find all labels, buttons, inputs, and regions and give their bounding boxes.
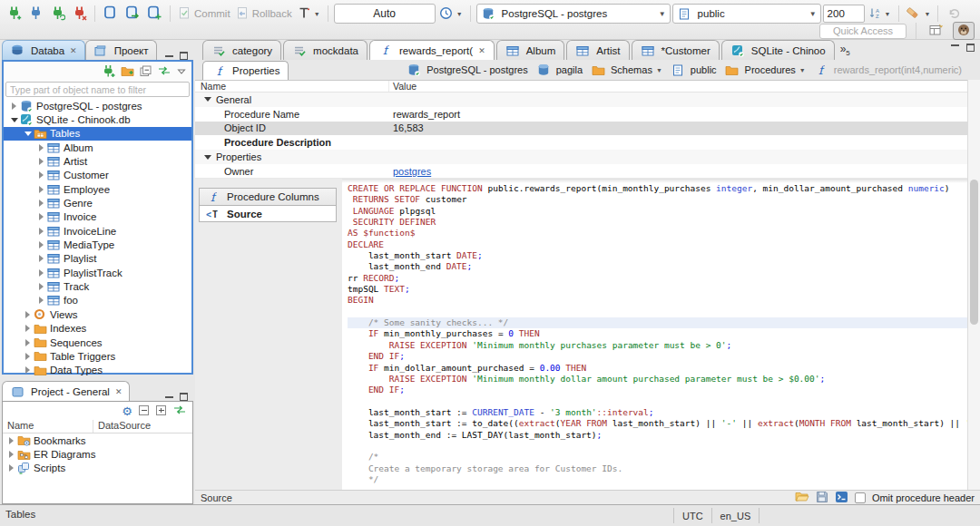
source-code-editor[interactable]: CREATE OR REPLACE FUNCTION public.reward…: [342, 179, 967, 490]
property-row-procedure-description[interactable]: Procedure Description: [195, 135, 967, 150]
tree-item-genre[interactable]: Genre: [4, 196, 191, 209]
breadcrumb-item-procedures[interactable]: Procedures▼: [725, 63, 806, 76]
new-connection-icon[interactable]: [102, 64, 115, 80]
more-tabs-chevron[interactable]: »5: [837, 43, 854, 57]
tree-item-invoice[interactable]: Invoice: [4, 210, 191, 224]
project-item-scripts[interactable]: Scripts: [3, 462, 192, 475]
tab-properties[interactable]: f Properties: [202, 61, 289, 80]
side-tab-procedure-columns[interactable]: fProcedure Columns: [199, 188, 337, 205]
collapse-all-icon[interactable]: [138, 404, 150, 418]
minimize-icon[interactable]: [951, 44, 959, 46]
property-row-owner[interactable]: Ownerpostgres: [195, 164, 967, 179]
editor-tab-customer[interactable]: *Customer: [632, 40, 720, 60]
tab-database-navigator[interactable]: Databa ✕: [2, 40, 85, 60]
minimize-icon[interactable]: [165, 54, 173, 57]
editor-tab-rewards-report[interactable]: frewards_report(✕: [369, 40, 495, 60]
sort-button[interactable]: AZ▼: [867, 4, 893, 24]
expand-arrow-icon[interactable]: [36, 241, 46, 248]
side-tab-source[interactable]: <TSource: [199, 205, 337, 222]
tree-item-sequences[interactable]: Sequences: [4, 336, 191, 349]
view-menu-icon[interactable]: [177, 66, 186, 77]
expand-arrow-icon[interactable]: [36, 186, 46, 193]
tree-item-tables[interactable]: Tables: [4, 127, 191, 141]
minimize-icon[interactable]: [165, 395, 173, 398]
expand-arrow-icon[interactable]: [9, 102, 19, 110]
property-row-general[interactable]: General: [195, 93, 967, 107]
tree-item-table-triggers[interactable]: Table Triggers: [4, 349, 191, 363]
status-timezone[interactable]: UTC: [673, 508, 712, 523]
tree-item-views[interactable]: Views: [4, 307, 191, 321]
expand-arrow-icon[interactable]: [36, 213, 46, 220]
new-sql-editor-button[interactable]: [144, 4, 164, 24]
erase-button[interactable]: ▼: [905, 4, 933, 24]
expand-arrow-icon[interactable]: [36, 200, 46, 207]
commit-button[interactable]: Commit: [176, 4, 232, 24]
scrollbar-thumb[interactable]: [970, 180, 978, 325]
expand-arrow-icon[interactable]: [23, 132, 33, 136]
vertical-scrollbar[interactable]: [967, 80, 980, 490]
transaction-log-button[interactable]: ▼: [296, 4, 322, 24]
expand-arrow-icon[interactable]: [23, 339, 33, 346]
active-schema-combo[interactable]: public ▼: [672, 4, 821, 24]
open-console-icon[interactable]: [835, 491, 848, 505]
tree-item-foo[interactable]: foo: [4, 294, 191, 307]
breadcrumb-item-pagila[interactable]: pagila: [536, 63, 583, 76]
expand-arrow-icon[interactable]: [36, 297, 46, 304]
expand-arrow-icon[interactable]: [6, 451, 16, 458]
expand-arrow-icon[interactable]: [23, 366, 33, 374]
collapse-all-icon[interactable]: [140, 65, 152, 79]
tree-item-album[interactable]: Album: [4, 141, 191, 154]
expand-arrow-icon[interactable]: [36, 283, 46, 290]
property-row-properties[interactable]: Properties: [195, 150, 967, 164]
tree-item-playlisttrack[interactable]: PlaylistTrack: [4, 266, 191, 279]
editor-tab-mockdata[interactable]: mockdata: [283, 40, 368, 60]
project-item-er-diagrams[interactable]: ER Diagrams: [3, 447, 192, 461]
expand-arrow-icon[interactable]: [36, 171, 46, 179]
expand-arrow-icon[interactable]: [23, 311, 33, 318]
tree-item-employee[interactable]: Employee: [4, 182, 191, 196]
tree-item-indexes[interactable]: Indexes: [4, 322, 191, 336]
open-sql-script-button[interactable]: [122, 4, 142, 24]
open-file-icon[interactable]: [795, 491, 809, 504]
quick-access-input[interactable]: Quick Access: [819, 24, 906, 39]
column-header-datasource[interactable]: DataSource: [93, 420, 151, 433]
sql-editor-button[interactable]: [101, 4, 121, 24]
settings-gear-icon[interactable]: ⚙: [122, 405, 132, 417]
transaction-history-button[interactable]: ▼: [437, 4, 465, 24]
owner-link[interactable]: postgres: [393, 166, 431, 177]
expand-arrow-icon[interactable]: [6, 464, 16, 472]
maximize-icon[interactable]: [180, 52, 188, 60]
link-with-editor-icon[interactable]: [157, 65, 172, 78]
perspective-dbeaver-button[interactable]: [953, 22, 975, 40]
tree-item-playlist[interactable]: Playlist: [4, 252, 191, 266]
omit-procedure-header-checkbox[interactable]: [855, 492, 866, 503]
perspective-general-button[interactable]: [926, 22, 947, 40]
expand-arrow-icon[interactable]: [36, 255, 46, 262]
tree-item-track[interactable]: Track: [4, 279, 191, 293]
active-connection-combo[interactable]: PostgreSQL - postgres ▼: [476, 4, 671, 24]
editor-tab-sqlite-chinoo[interactable]: SQLite - Chinoo: [721, 40, 835, 60]
editor-tab-artist[interactable]: Artist: [566, 40, 629, 60]
expand-arrow-icon[interactable]: [36, 158, 46, 165]
expand-arrow-icon[interactable]: [36, 228, 46, 235]
tree-item-customer[interactable]: Customer: [4, 169, 191, 182]
maximize-icon[interactable]: [966, 44, 975, 52]
reconnect-button[interactable]: [47, 4, 67, 24]
fetch-size-input[interactable]: 200: [823, 5, 865, 23]
close-icon[interactable]: ✕: [115, 387, 122, 396]
new-folder-icon[interactable]: [121, 65, 134, 79]
tree-item-postgresql-postgres[interactable]: PostgreSQL - postgres: [4, 99, 191, 112]
save-file-icon[interactable]: [816, 491, 828, 505]
expand-arrow-icon[interactable]: [36, 144, 46, 151]
column-header-value[interactable]: Value: [389, 81, 416, 92]
expand-arrow-icon[interactable]: [23, 325, 33, 332]
column-header-name[interactable]: Name: [3, 420, 93, 433]
editor-tab-album[interactable]: Album: [496, 40, 565, 60]
column-header-name[interactable]: Name: [195, 81, 389, 92]
status-locale[interactable]: en_US: [712, 508, 760, 523]
transaction-mode-combo[interactable]: Auto: [334, 4, 436, 24]
editor-tab-category[interactable]: category: [202, 40, 281, 60]
expand-arrow-icon[interactable]: [6, 437, 16, 444]
expand-arrow-icon[interactable]: [36, 269, 46, 277]
tree-item-sqlite-chinook-db[interactable]: SQLite - Chinook.db: [4, 112, 191, 126]
